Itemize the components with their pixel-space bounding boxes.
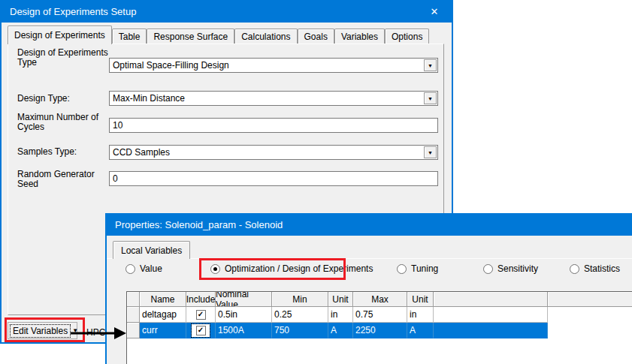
radio-value-label: Value bbox=[140, 263, 162, 274]
cell-min[interactable]: 0.25 bbox=[272, 307, 328, 323]
random-seed-input[interactable] bbox=[109, 171, 438, 186]
header-include[interactable]: Include bbox=[186, 292, 216, 307]
screen: Design of Experiments Setup ✕ Design of … bbox=[0, 0, 632, 364]
max-cycles-label: Maximun Number of Cycles bbox=[17, 113, 98, 132]
cell-nominal[interactable]: 1500A bbox=[216, 323, 272, 338]
header-nominal[interactable]: Nominal Value bbox=[216, 292, 272, 307]
header-empty[interactable] bbox=[434, 292, 548, 307]
chevron-down-icon: ▼ bbox=[428, 96, 433, 101]
properties-dialog-title: Properties: Solenoid_param - Solenoid bbox=[115, 219, 283, 230]
chevron-down-icon: ▼ bbox=[428, 150, 433, 155]
header-row-selector[interactable] bbox=[127, 292, 140, 307]
cell-name[interactable]: deltagap bbox=[140, 307, 186, 323]
doe-type-label: Design of Experiments Type bbox=[17, 48, 108, 68]
cell-max[interactable]: 2250 bbox=[353, 323, 407, 338]
cell-empty[interactable] bbox=[434, 323, 548, 338]
tab-variables[interactable]: Variables bbox=[334, 29, 385, 44]
cell-unit-min[interactable]: in bbox=[328, 307, 353, 323]
cell-unit-min[interactable]: A bbox=[328, 323, 353, 338]
cell-empty[interactable] bbox=[434, 307, 548, 323]
design-type-label: Design Type: bbox=[17, 94, 70, 104]
cell-name[interactable]: curr bbox=[140, 323, 186, 338]
tab-calculations[interactable]: Calculations bbox=[234, 29, 297, 44]
table-row-deltagap[interactable]: deltagap ✓ 0.5in 0.25 in 0.75 in bbox=[127, 307, 632, 323]
table-row-curr-selected[interactable]: curr ✓ 1500A 750 A 2250 A bbox=[127, 323, 632, 338]
cell-max[interactable]: 0.75 bbox=[353, 307, 407, 323]
properties-titlebar[interactable]: Properties: Solenoid_param - Solenoid bbox=[107, 213, 632, 236]
grid-header-row: Name Include Nominal Value Min Unit Max … bbox=[127, 292, 632, 307]
header-unit-max[interactable]: Unit bbox=[407, 292, 434, 307]
doe-type-combo-button[interactable]: ▼ bbox=[424, 59, 437, 71]
design-type-value: Max-Min Distance bbox=[110, 93, 424, 104]
checkbox-checked-icon[interactable]: ✓ bbox=[196, 310, 206, 320]
radio-statistics[interactable]: Statistics bbox=[570, 263, 620, 274]
max-cycles-input[interactable] bbox=[109, 118, 438, 133]
header-max[interactable]: Max bbox=[353, 292, 407, 307]
cell-include[interactable]: ✓ bbox=[186, 323, 216, 338]
samples-type-label: Samples Type: bbox=[17, 147, 77, 157]
radio-circle-icon bbox=[397, 264, 407, 274]
tab-goals[interactable]: Goals bbox=[298, 29, 334, 44]
samples-type-combo-button[interactable]: ▼ bbox=[424, 146, 437, 158]
tab-table[interactable]: Table bbox=[112, 29, 147, 44]
optimization-highlight-box bbox=[199, 258, 346, 280]
doe-type-value: Optimal Space-Filling Design bbox=[110, 60, 424, 71]
cell-min[interactable]: 750 bbox=[272, 323, 328, 338]
cell-unit-max[interactable]: A bbox=[407, 323, 434, 338]
close-icon[interactable]: ✕ bbox=[426, 0, 443, 23]
design-type-combo[interactable]: Max-Min Distance ▼ bbox=[109, 91, 438, 106]
chevron-down-icon: ▼ bbox=[428, 63, 433, 68]
header-name[interactable]: Name bbox=[140, 292, 186, 307]
annotation-arrow-icon bbox=[68, 325, 129, 341]
radio-tuning[interactable]: Tuning bbox=[397, 263, 438, 274]
properties-dialog: Properties: Solenoid_param - Solenoid Lo… bbox=[105, 213, 632, 364]
radio-sensitivity[interactable]: Sensitivity bbox=[483, 263, 538, 274]
samples-type-value: CCD Samples bbox=[110, 147, 424, 158]
radio-value[interactable]: Value bbox=[125, 263, 162, 274]
row-selector[interactable] bbox=[127, 307, 140, 323]
tab-design-of-experiments[interactable]: Design of Experiments bbox=[8, 26, 112, 44]
properties-body: Local Variables Value Optimization / Des… bbox=[107, 236, 632, 364]
checkbox-checked-icon[interactable]: ✓ bbox=[196, 326, 206, 335]
variables-grid: Name Include Nominal Value Min Unit Max … bbox=[126, 291, 632, 364]
radio-statistics-label: Statistics bbox=[584, 263, 620, 274]
samples-type-combo[interactable]: CCD Samples ▼ bbox=[109, 145, 438, 160]
doe-titlebar[interactable]: Design of Experiments Setup ✕ bbox=[2, 0, 452, 23]
header-filler bbox=[548, 292, 632, 307]
cell-nominal[interactable]: 0.5in bbox=[216, 307, 272, 323]
tab-local-variables[interactable]: Local Variables bbox=[113, 241, 190, 259]
cell-unit-max[interactable]: in bbox=[407, 307, 434, 323]
radio-tuning-label: Tuning bbox=[411, 263, 438, 274]
radio-circle-icon bbox=[125, 264, 135, 274]
design-type-combo-button[interactable]: ▼ bbox=[424, 92, 437, 104]
radio-circle-icon bbox=[570, 264, 579, 274]
radio-circle-icon bbox=[483, 264, 493, 274]
header-unit-min[interactable]: Unit bbox=[328, 292, 353, 307]
header-min[interactable]: Min bbox=[272, 292, 328, 307]
tab-response-surface[interactable]: Response Surface bbox=[147, 29, 234, 44]
doe-dialog-title: Design of Experiments Setup bbox=[10, 6, 136, 17]
doe-tabstrip: Design of Experiments Table Response Sur… bbox=[8, 26, 429, 44]
cell-include[interactable]: ✓ bbox=[186, 307, 216, 323]
tab-options[interactable]: Options bbox=[385, 29, 429, 44]
radio-sensitivity-label: Sensitivity bbox=[497, 263, 538, 274]
random-seed-label: Random Generator Seed bbox=[17, 170, 95, 189]
doe-type-combo[interactable]: Optimal Space-Filling Design ▼ bbox=[109, 58, 438, 73]
